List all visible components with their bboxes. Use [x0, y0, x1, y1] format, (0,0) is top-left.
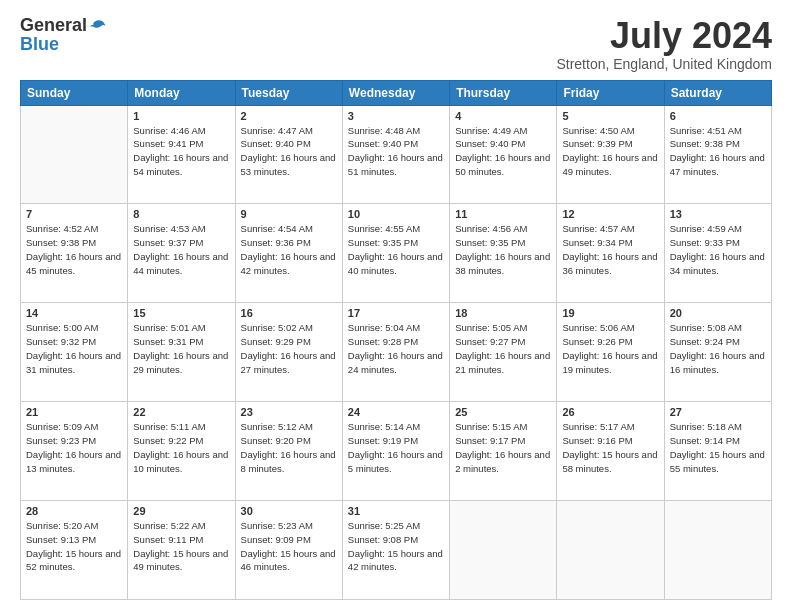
location-subtitle: Stretton, England, United Kingdom	[556, 56, 772, 72]
cell-info: Sunrise: 4:47 AMSunset: 9:40 PMDaylight:…	[241, 124, 337, 179]
day-number: 8	[133, 208, 229, 220]
calendar-cell: 9Sunrise: 4:54 AMSunset: 9:36 PMDaylight…	[235, 204, 342, 303]
cell-info: Sunrise: 5:23 AMSunset: 9:09 PMDaylight:…	[241, 519, 337, 574]
cell-info: Sunrise: 5:11 AMSunset: 9:22 PMDaylight:…	[133, 420, 229, 475]
week-row-1: 1Sunrise: 4:46 AMSunset: 9:41 PMDaylight…	[21, 105, 772, 204]
cell-info: Sunrise: 4:51 AMSunset: 9:38 PMDaylight:…	[670, 124, 766, 179]
day-number: 25	[455, 406, 551, 418]
week-row-2: 7Sunrise: 4:52 AMSunset: 9:38 PMDaylight…	[21, 204, 772, 303]
cell-info: Sunrise: 5:22 AMSunset: 9:11 PMDaylight:…	[133, 519, 229, 574]
calendar-cell: 18Sunrise: 5:05 AMSunset: 9:27 PMDayligh…	[450, 303, 557, 402]
day-number: 13	[670, 208, 766, 220]
calendar-cell: 4Sunrise: 4:49 AMSunset: 9:40 PMDaylight…	[450, 105, 557, 204]
calendar-cell: 20Sunrise: 5:08 AMSunset: 9:24 PMDayligh…	[664, 303, 771, 402]
cell-info: Sunrise: 4:48 AMSunset: 9:40 PMDaylight:…	[348, 124, 444, 179]
weekday-header-row: SundayMondayTuesdayWednesdayThursdayFrid…	[21, 80, 772, 105]
day-number: 11	[455, 208, 551, 220]
day-number: 20	[670, 307, 766, 319]
day-number: 18	[455, 307, 551, 319]
calendar-cell: 24Sunrise: 5:14 AMSunset: 9:19 PMDayligh…	[342, 402, 449, 501]
cell-info: Sunrise: 4:57 AMSunset: 9:34 PMDaylight:…	[562, 222, 658, 277]
calendar-cell: 25Sunrise: 5:15 AMSunset: 9:17 PMDayligh…	[450, 402, 557, 501]
calendar-cell: 7Sunrise: 4:52 AMSunset: 9:38 PMDaylight…	[21, 204, 128, 303]
calendar-cell: 1Sunrise: 4:46 AMSunset: 9:41 PMDaylight…	[128, 105, 235, 204]
cell-info: Sunrise: 5:04 AMSunset: 9:28 PMDaylight:…	[348, 321, 444, 376]
calendar-cell	[664, 501, 771, 600]
day-number: 23	[241, 406, 337, 418]
calendar-cell: 21Sunrise: 5:09 AMSunset: 9:23 PMDayligh…	[21, 402, 128, 501]
day-number: 27	[670, 406, 766, 418]
day-number: 30	[241, 505, 337, 517]
cell-info: Sunrise: 5:09 AMSunset: 9:23 PMDaylight:…	[26, 420, 122, 475]
title-block: July 2024 Stretton, England, United King…	[556, 16, 772, 72]
week-row-4: 21Sunrise: 5:09 AMSunset: 9:23 PMDayligh…	[21, 402, 772, 501]
calendar-cell: 12Sunrise: 4:57 AMSunset: 9:34 PMDayligh…	[557, 204, 664, 303]
cell-info: Sunrise: 4:52 AMSunset: 9:38 PMDaylight:…	[26, 222, 122, 277]
calendar-cell: 8Sunrise: 4:53 AMSunset: 9:37 PMDaylight…	[128, 204, 235, 303]
header: General Blue July 2024 Stretton, England…	[20, 16, 772, 72]
cell-info: Sunrise: 5:15 AMSunset: 9:17 PMDaylight:…	[455, 420, 551, 475]
day-number: 29	[133, 505, 229, 517]
cell-info: Sunrise: 5:12 AMSunset: 9:20 PMDaylight:…	[241, 420, 337, 475]
weekday-header-wednesday: Wednesday	[342, 80, 449, 105]
weekday-header-monday: Monday	[128, 80, 235, 105]
cell-info: Sunrise: 5:05 AMSunset: 9:27 PMDaylight:…	[455, 321, 551, 376]
calendar-cell: 26Sunrise: 5:17 AMSunset: 9:16 PMDayligh…	[557, 402, 664, 501]
calendar-cell: 5Sunrise: 4:50 AMSunset: 9:39 PMDaylight…	[557, 105, 664, 204]
day-number: 16	[241, 307, 337, 319]
day-number: 17	[348, 307, 444, 319]
day-number: 24	[348, 406, 444, 418]
cell-info: Sunrise: 4:59 AMSunset: 9:33 PMDaylight:…	[670, 222, 766, 277]
day-number: 9	[241, 208, 337, 220]
weekday-header-friday: Friday	[557, 80, 664, 105]
calendar-cell: 6Sunrise: 4:51 AMSunset: 9:38 PMDaylight…	[664, 105, 771, 204]
cell-info: Sunrise: 5:14 AMSunset: 9:19 PMDaylight:…	[348, 420, 444, 475]
weekday-header-thursday: Thursday	[450, 80, 557, 105]
calendar-cell: 27Sunrise: 5:18 AMSunset: 9:14 PMDayligh…	[664, 402, 771, 501]
logo: General Blue	[20, 16, 107, 55]
day-number: 26	[562, 406, 658, 418]
calendar-cell: 28Sunrise: 5:20 AMSunset: 9:13 PMDayligh…	[21, 501, 128, 600]
calendar-cell: 11Sunrise: 4:56 AMSunset: 9:35 PMDayligh…	[450, 204, 557, 303]
calendar-cell: 22Sunrise: 5:11 AMSunset: 9:22 PMDayligh…	[128, 402, 235, 501]
cell-info: Sunrise: 5:08 AMSunset: 9:24 PMDaylight:…	[670, 321, 766, 376]
calendar-cell	[557, 501, 664, 600]
weekday-header-sunday: Sunday	[21, 80, 128, 105]
cell-info: Sunrise: 5:18 AMSunset: 9:14 PMDaylight:…	[670, 420, 766, 475]
calendar-cell: 14Sunrise: 5:00 AMSunset: 9:32 PMDayligh…	[21, 303, 128, 402]
day-number: 10	[348, 208, 444, 220]
cell-info: Sunrise: 5:25 AMSunset: 9:08 PMDaylight:…	[348, 519, 444, 574]
day-number: 6	[670, 110, 766, 122]
calendar-cell: 19Sunrise: 5:06 AMSunset: 9:26 PMDayligh…	[557, 303, 664, 402]
calendar-cell: 17Sunrise: 5:04 AMSunset: 9:28 PMDayligh…	[342, 303, 449, 402]
cell-info: Sunrise: 4:46 AMSunset: 9:41 PMDaylight:…	[133, 124, 229, 179]
cell-info: Sunrise: 4:53 AMSunset: 9:37 PMDaylight:…	[133, 222, 229, 277]
cell-info: Sunrise: 5:00 AMSunset: 9:32 PMDaylight:…	[26, 321, 122, 376]
cell-info: Sunrise: 5:01 AMSunset: 9:31 PMDaylight:…	[133, 321, 229, 376]
calendar-cell: 30Sunrise: 5:23 AMSunset: 9:09 PMDayligh…	[235, 501, 342, 600]
day-number: 7	[26, 208, 122, 220]
calendar-cell: 3Sunrise: 4:48 AMSunset: 9:40 PMDaylight…	[342, 105, 449, 204]
calendar-cell: 15Sunrise: 5:01 AMSunset: 9:31 PMDayligh…	[128, 303, 235, 402]
day-number: 3	[348, 110, 444, 122]
day-number: 2	[241, 110, 337, 122]
day-number: 12	[562, 208, 658, 220]
day-number: 4	[455, 110, 551, 122]
day-number: 19	[562, 307, 658, 319]
calendar-cell: 16Sunrise: 5:02 AMSunset: 9:29 PMDayligh…	[235, 303, 342, 402]
weekday-header-saturday: Saturday	[664, 80, 771, 105]
week-row-3: 14Sunrise: 5:00 AMSunset: 9:32 PMDayligh…	[21, 303, 772, 402]
cell-info: Sunrise: 4:50 AMSunset: 9:39 PMDaylight:…	[562, 124, 658, 179]
calendar-cell: 2Sunrise: 4:47 AMSunset: 9:40 PMDaylight…	[235, 105, 342, 204]
day-number: 15	[133, 307, 229, 319]
calendar-cell	[450, 501, 557, 600]
cell-info: Sunrise: 4:56 AMSunset: 9:35 PMDaylight:…	[455, 222, 551, 277]
calendar-cell: 10Sunrise: 4:55 AMSunset: 9:35 PMDayligh…	[342, 204, 449, 303]
day-number: 5	[562, 110, 658, 122]
cell-info: Sunrise: 5:02 AMSunset: 9:29 PMDaylight:…	[241, 321, 337, 376]
logo-blue-text: Blue	[20, 34, 59, 55]
cell-info: Sunrise: 4:54 AMSunset: 9:36 PMDaylight:…	[241, 222, 337, 277]
calendar-cell: 29Sunrise: 5:22 AMSunset: 9:11 PMDayligh…	[128, 501, 235, 600]
page: General Blue July 2024 Stretton, England…	[0, 0, 792, 612]
calendar-cell	[21, 105, 128, 204]
